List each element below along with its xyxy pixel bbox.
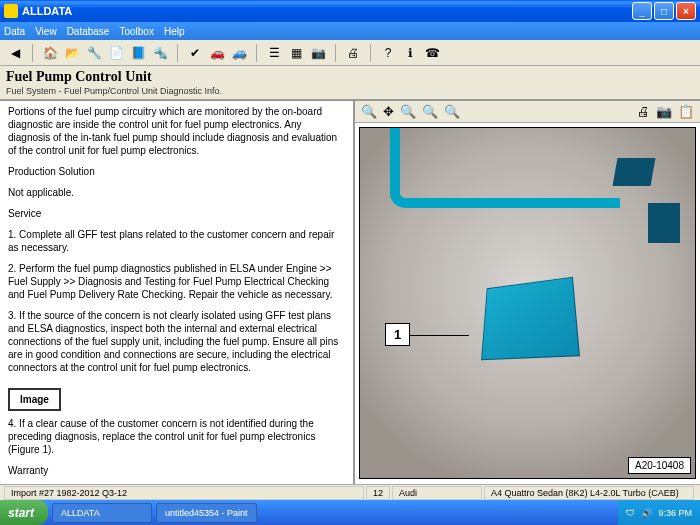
copy-image-icon[interactable]: 📋 [678, 104, 694, 119]
start-button[interactable]: start [0, 500, 48, 525]
taskbar: start ALLDATA untitled45354 - Paint 🛡 🔊 … [0, 500, 700, 525]
taskbar-item[interactable]: untitled45354 - Paint [156, 503, 257, 523]
article-text: 4. If a clear cause of the customer conc… [8, 417, 345, 456]
status-num: 12 [366, 486, 390, 500]
article-text: Production Solution [8, 165, 345, 178]
zoom-out-icon[interactable]: 🔍 [444, 104, 460, 119]
info-icon[interactable]: ℹ [401, 44, 419, 62]
page-subtitle: Fuel System - Fuel Pump/Control Unit Dia… [6, 86, 694, 96]
system-tray[interactable]: 🛡 🔊 9:36 PM [618, 500, 700, 525]
image-toolbar: 🔍 ✥ 🔍 🔍 🔍 🖨 📷 📋 [355, 101, 700, 123]
app-icon [4, 4, 18, 18]
check-icon[interactable]: ✔ [186, 44, 204, 62]
part-number: A20-10408 [628, 457, 691, 474]
article-text: Service [8, 207, 345, 220]
camera-image-icon[interactable]: 📷 [656, 104, 672, 119]
page-icon[interactable]: 📄 [107, 44, 125, 62]
toolbar: ◀ 🏠 📂 🔧 📄 📘 🔩 ✔ 🚗 🚙 ☰ ▦ 📷 🖨 ? ℹ ☎ [0, 40, 700, 66]
tray-icon[interactable]: 🛡 [626, 508, 635, 518]
car-icon[interactable]: 🚙 [230, 44, 248, 62]
status-make: Audi [392, 486, 482, 500]
clock: 9:36 PM [658, 508, 692, 518]
figure-diagram: 1 A20-10408 [359, 127, 696, 479]
minimize-button[interactable]: _ [632, 2, 652, 20]
article-pane: Portions of the fuel pump circuitry whic… [0, 101, 355, 512]
taskbar-item[interactable]: ALLDATA [52, 503, 152, 523]
menu-toolbox[interactable]: Toolbox [119, 26, 153, 37]
support-icon[interactable]: ☎ [423, 44, 441, 62]
article-text: Not applicable. [8, 186, 345, 199]
article-text: 1. Complete all GFF test plans related t… [8, 228, 345, 254]
image-button[interactable]: Image [8, 388, 61, 411]
tool-icon[interactable]: 🔧 [85, 44, 103, 62]
home-icon[interactable]: 🏠 [41, 44, 59, 62]
menu-view[interactable]: View [35, 26, 57, 37]
book-icon[interactable]: 📘 [129, 44, 147, 62]
back-button[interactable]: ◀ [6, 44, 24, 62]
callout-number: 1 [385, 323, 410, 346]
open-icon[interactable]: 📂 [63, 44, 81, 62]
maximize-button[interactable]: □ [654, 2, 674, 20]
parts-icon[interactable]: 🔩 [151, 44, 169, 62]
status-dataset: Import #27 1982-2012 Q3-12 [4, 486, 364, 500]
article-text: Warranty [8, 464, 345, 477]
pan-icon[interactable]: ✥ [383, 104, 394, 119]
article-text: Portions of the fuel pump circuitry whic… [8, 105, 345, 157]
zoom-region-icon[interactable]: 🔍 [400, 104, 416, 119]
menu-help[interactable]: Help [164, 26, 185, 37]
window-title: ALLDATA [22, 5, 72, 17]
menu-data[interactable]: Data [4, 26, 25, 37]
newcar-icon[interactable]: 🚗 [208, 44, 226, 62]
grid-icon[interactable]: ▦ [287, 44, 305, 62]
list-icon[interactable]: ☰ [265, 44, 283, 62]
print-image-icon[interactable]: 🖨 [637, 104, 650, 119]
print-icon[interactable]: 🖨 [344, 44, 362, 62]
article-text: 2. Perform the fuel pump diagnostics pub… [8, 262, 345, 301]
zoom-in-icon[interactable]: 🔍 [361, 104, 377, 119]
camera-icon[interactable]: 📷 [309, 44, 327, 62]
close-button[interactable]: × [676, 2, 696, 20]
tray-icon[interactable]: 🔊 [641, 508, 652, 518]
menu-bar: Data View Database Toolbox Help [0, 22, 700, 40]
help-icon[interactable]: ? [379, 44, 397, 62]
status-model: A4 Quattro Sedan (8K2) L4-2.0L Turbo (CA… [484, 486, 694, 500]
status-bar: Import #27 1982-2012 Q3-12 12 Audi A4 Qu… [0, 484, 700, 500]
page-title: Fuel Pump Control Unit [6, 69, 694, 85]
menu-database[interactable]: Database [67, 26, 110, 37]
article-text: 3. If the source of the concern is not c… [8, 309, 345, 374]
zoom-fit-icon[interactable]: 🔍 [422, 104, 438, 119]
